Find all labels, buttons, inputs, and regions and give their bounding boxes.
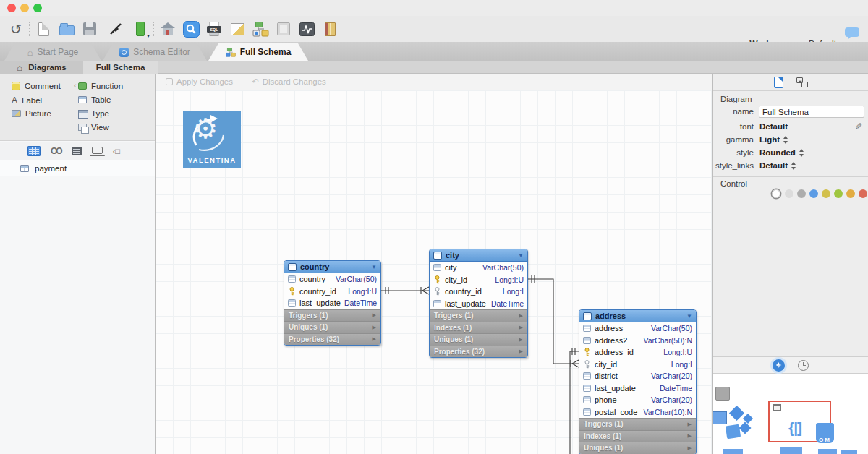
field-row[interactable]: address_idLong:I:U: [579, 346, 696, 359]
section-indexes[interactable]: Indexes (1)▶: [579, 430, 696, 442]
section-triggers[interactable]: Triggers (1)▶: [579, 418, 696, 430]
schema-object-payment[interactable]: payment: [0, 160, 155, 176]
properties-tab-icon[interactable]: [774, 77, 783, 88]
sql-print-button[interactable]: SQL: [204, 19, 224, 39]
zoom-window-button[interactable]: [33, 4, 42, 12]
field-row[interactable]: country_idLong:I: [430, 286, 527, 298]
activity-monitor-button[interactable]: [297, 19, 317, 39]
field-row[interactable]: phoneVarChar(20): [579, 394, 696, 406]
table-node-address[interactable]: address ▼ addressVarChar(50) address2Var…: [579, 309, 697, 454]
diagram-canvas[interactable]: ⚙ VALENTINA: [156, 90, 712, 454]
filter-icon[interactable]: ▼: [686, 313, 692, 320]
property-value[interactable]: Rounded: [760, 146, 804, 159]
palette-item-type[interactable]: Type: [78, 109, 109, 118]
compass-icon[interactable]: [773, 359, 785, 372]
palette-item-view[interactable]: View: [78, 123, 109, 132]
color-dot-blue[interactable]: [809, 189, 818, 198]
table-header[interactable]: address ▼: [579, 310, 696, 322]
table-header[interactable]: city ▼: [430, 249, 527, 262]
navigator-tab-full-schema[interactable]: Full Schema: [83, 61, 158, 74]
field-row[interactable]: countryVarChar(50): [284, 273, 380, 286]
stepper-icon[interactable]: [783, 136, 788, 144]
field-row[interactable]: last_updateDateTime: [284, 297, 380, 309]
links-filter-icon[interactable]: OO: [51, 146, 61, 156]
home-button[interactable]: [158, 19, 178, 39]
close-window-button[interactable]: [7, 4, 16, 12]
field-row[interactable]: country_idLong:I:U: [284, 286, 380, 298]
section-uniques[interactable]: Uniques (1)▶: [579, 442, 696, 454]
table-node-city[interactable]: city ▼ cityVarChar(50) city_idLong:I:U c…: [429, 249, 528, 358]
table-header[interactable]: country ▼: [284, 261, 380, 273]
section-triggers[interactable]: Triggers (1)▶: [284, 309, 380, 322]
section-uniques[interactable]: Uniques (1)▶: [284, 321, 380, 333]
field-row[interactable]: postal_codeVarChar(10):N: [579, 406, 696, 419]
apply-changes-button[interactable]: Apply Changes: [166, 77, 233, 86]
property-value[interactable]: Light: [760, 133, 788, 146]
feedback-button[interactable]: [842, 22, 862, 42]
property-row-font: font Default ✎: [713, 120, 868, 133]
color-dot-orange[interactable]: [846, 189, 855, 198]
section-uniques[interactable]: Uniques (1)▶: [430, 333, 527, 346]
section-triggers[interactable]: Triggers (1)▶: [430, 309, 527, 322]
field-row[interactable]: address2VarChar(50):N: [579, 335, 696, 347]
color-swatch-button[interactable]: [130, 19, 150, 39]
field-icon: [288, 299, 296, 307]
valentina-logo[interactable]: ⚙ VALENTINA: [183, 111, 241, 168]
section-indexes[interactable]: Indexes (1)▶: [430, 322, 527, 334]
tab-full-schema[interactable]: Full Schema: [208, 43, 308, 61]
frame-button[interactable]: [273, 19, 294, 39]
find-button[interactable]: [181, 19, 201, 39]
filter-icon[interactable]: ▼: [518, 252, 524, 259]
property-value[interactable]: Default: [760, 120, 788, 133]
navigator-tab-diagrams[interactable]: ⌂ Diagrams: [0, 61, 83, 74]
diagram-sheet-button[interactable]: [227, 19, 247, 39]
color-dot-white[interactable]: [772, 189, 780, 198]
field-row[interactable]: cityVarChar(50): [430, 262, 527, 274]
table-node-country[interactable]: country ▼ countryVarChar(50) country_idL…: [284, 260, 381, 346]
clock-icon[interactable]: [798, 360, 809, 371]
new-file-button[interactable]: [33, 19, 54, 39]
section-properties[interactable]: Properties (32)▶: [284, 333, 380, 346]
color-dot-red[interactable]: [859, 189, 867, 198]
minimize-window-button[interactable]: [20, 4, 29, 12]
display-filter-icon[interactable]: [92, 147, 103, 154]
color-dot-yellow[interactable]: [822, 189, 830, 198]
edit-font-icon[interactable]: ✎: [855, 120, 862, 133]
view-sql-filter-icon[interactable]: ‹□: [113, 147, 120, 155]
field-row[interactable]: last_updateDateTime: [430, 298, 527, 310]
diagram-name-input[interactable]: [759, 106, 864, 118]
report-button[interactable]: [320, 19, 340, 39]
save-button[interactable]: [80, 19, 100, 39]
field-row[interactable]: city_idLong:I:U: [430, 274, 527, 286]
pen-tool-button[interactable]: [106, 19, 126, 39]
field-row[interactable]: addressVarChar(50): [579, 322, 696, 335]
home-icon: [160, 22, 176, 36]
color-dot-lightgray[interactable]: [785, 189, 793, 198]
tab-schema-editor[interactable]: Schema Editor: [103, 43, 207, 61]
discard-changes-button[interactable]: ↶Discard Changes: [252, 77, 326, 87]
palette-item-picture[interactable]: Picture: [12, 109, 51, 118]
palette-item-table[interactable]: Table: [78, 95, 111, 104]
color-dot-green[interactable]: [834, 189, 843, 198]
stepper-icon[interactable]: [799, 149, 804, 157]
field-row[interactable]: last_updateDateTime: [579, 382, 696, 395]
undo-button[interactable]: ↺: [6, 19, 26, 39]
schema-tab-icon[interactable]: [796, 77, 808, 87]
palette-item-function[interactable]: Function: [78, 82, 123, 90]
table-stack-filter-icon[interactable]: [72, 147, 82, 155]
palette-item-comment[interactable]: Comment: [12, 82, 61, 90]
field-row[interactable]: districtVarChar(20): [579, 370, 696, 382]
property-value[interactable]: Default: [760, 159, 796, 172]
section-properties[interactable]: Properties (32)▶: [430, 346, 527, 358]
field-row[interactable]: city_idLong:I: [579, 359, 696, 371]
palette-label: Comment: [25, 82, 61, 90]
diagram-minimap[interactable]: {|] OM: [713, 374, 868, 454]
palette-item-label[interactable]: ALabel: [12, 95, 42, 106]
filter-icon[interactable]: ▼: [371, 264, 377, 270]
open-button[interactable]: [56, 19, 77, 39]
tables-filter-icon[interactable]: [27, 146, 41, 156]
stepper-icon[interactable]: [791, 162, 796, 170]
tab-start-page[interactable]: ⌂ Start Page: [4, 43, 101, 61]
color-dot-gray[interactable]: [797, 189, 806, 198]
schema-diagram-button[interactable]: [250, 19, 271, 39]
